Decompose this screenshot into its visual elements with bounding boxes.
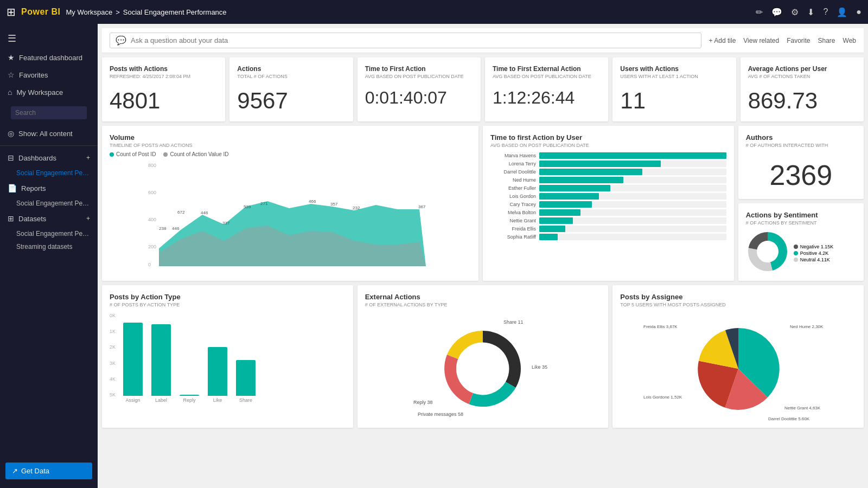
search-input[interactable]	[11, 106, 87, 119]
toolbar: 💬 + Add tile View related Favorite Share…	[102, 28, 864, 53]
volume-title: Volume	[110, 133, 471, 142]
authors-sub: # OF AUTHORS INTERACTED WITH	[746, 143, 856, 148]
grid-icon[interactable]: ⊞	[7, 5, 16, 18]
sidebar-item-datasets[interactable]: ⊞ Datasets +	[0, 210, 98, 227]
kpi-row: Posts with Actions REFRESHED: 4/25/2017 …	[102, 57, 864, 121]
svg-text:Lois Gordone 1,52K: Lois Gordone 1,52K	[643, 395, 682, 400]
avatar-icon[interactable]: ●	[856, 7, 861, 17]
sentiment-donut	[746, 230, 789, 273]
vbar-label-2: Reply	[183, 397, 196, 403]
svg-text:800: 800	[148, 163, 156, 168]
user-icon[interactable]: 👤	[837, 7, 847, 17]
action-dot	[163, 152, 168, 157]
qa-input[interactable]	[131, 36, 695, 44]
settings-icon[interactable]: ⚙	[791, 7, 799, 17]
help-icon[interactable]: ?	[823, 7, 828, 17]
ea-sub: # OF EXTERNAL ACTIONS BY TYPE	[365, 302, 601, 307]
kpi-sub-2: AVG BASED ON POST PUBLICATION DATE	[365, 74, 473, 79]
bar-label-4: Esther Fuller	[490, 185, 539, 191]
sidebar-item-streaming[interactable]: Streaming datasets	[0, 240, 98, 253]
share-button[interactable]: Share	[818, 37, 835, 44]
sentiment-container: Negative 1.15K Positive 4.2K Neutral 4.1…	[746, 230, 856, 273]
hamburger-icon[interactable]: ☰	[0, 28, 98, 49]
ea-title: External Actions	[365, 293, 601, 301]
kpi-value-2: 0:01:40:07	[365, 88, 473, 108]
sentiment-card: Actions by Sentiment # OF ACTIONS BY SEN…	[738, 203, 864, 281]
time-title: Time to first Action by User	[490, 133, 726, 142]
bar-fill-10	[539, 234, 558, 240]
workspace-link[interactable]: My Workspace	[66, 8, 112, 16]
bar-row-0: Marva Havens	[490, 152, 726, 159]
search-container	[0, 101, 98, 125]
content-area: 💬 + Add tile View related Favorite Share…	[98, 24, 868, 488]
sentiment-title: Actions by Sentiment	[746, 211, 856, 219]
sidebar-item-favorites[interactable]: ☆ Favorites	[0, 66, 98, 84]
bar-track-7	[539, 209, 726, 216]
vbar-col-4: Share	[236, 360, 256, 403]
pat-title: Posts by Action Type	[110, 293, 346, 301]
datasets-label: Datasets	[18, 215, 46, 223]
bar-row-10: Sophia Ratliff	[490, 234, 726, 240]
edit-icon[interactable]: ✏	[756, 7, 763, 17]
web-button[interactable]: Web	[843, 37, 856, 44]
show-label: Show: All content	[18, 130, 73, 138]
page-title: Social Engagement Performance	[123, 8, 227, 16]
view-related-button[interactable]: View related	[743, 37, 779, 44]
sidebar-item-show[interactable]: ◎ Show: All content	[0, 125, 98, 142]
reports-icon: 📄	[8, 184, 17, 192]
sidebar-item-workspace[interactable]: ⌂ My Workspace	[0, 84, 98, 101]
sent-neutral: Neutral 4.11K	[794, 257, 834, 262]
get-data-button[interactable]: ↗ Get Data	[5, 463, 92, 479]
kpi-value-5: 869.73	[748, 88, 856, 114]
svg-text:200: 200	[148, 244, 156, 249]
vbar-wrapper: 5K 4K 3K 2K 1K 0K Assign Label Reply Lik…	[110, 312, 346, 403]
svg-text:238: 238	[159, 226, 167, 231]
sidebar-item-reports[interactable]: 📄 Reports	[0, 179, 98, 197]
post-dot	[110, 152, 114, 157]
sidebar-item-social-data[interactable]: Social Engagement Perfo...	[0, 227, 98, 240]
kpi-title-0: Posts with Actions	[110, 65, 218, 73]
bar-chart-horizontal: Marva Havens Lorena Terry Darrel Doolitt…	[490, 152, 726, 240]
add-dashboard-icon[interactable]: +	[86, 154, 90, 162]
bar-fill-0	[539, 152, 726, 159]
qa-bar[interactable]: 💬	[110, 33, 701, 48]
powerbi-logo: Power BI	[21, 7, 60, 17]
kpi-value-1: 9567	[237, 88, 345, 114]
svg-text:Darrel Doolittle 5,60K: Darrel Doolittle 5,60K	[768, 416, 810, 420]
svg-point-23	[458, 344, 507, 393]
kpi-card-4: Users with Actions USERS WITH AT LEAST 1…	[612, 57, 736, 121]
sidebar: ☰ ★ Featured dashboard ☆ Favorites ⌂ My …	[0, 24, 98, 488]
kpi-title-4: Users with Actions	[620, 65, 728, 73]
bar-fill-6	[539, 201, 592, 208]
bar-fill-5	[539, 193, 599, 200]
favorite-button[interactable]: Favorite	[787, 37, 810, 44]
workspace-icon: ⌂	[8, 88, 12, 97]
svg-text:232: 232	[353, 206, 360, 210]
svg-text:466: 466	[309, 199, 316, 204]
bar-label-7: Melva Bolton	[490, 210, 539, 215]
negative-label: Negative 1.15K	[800, 244, 834, 249]
favorites-label: Favorites	[19, 71, 48, 79]
add-dataset-icon[interactable]: +	[86, 215, 90, 222]
dashboard-icon: ⊟	[8, 153, 14, 162]
vbar-label-0: Assign	[126, 397, 141, 403]
kpi-sub-0: REFRESHED: 4/25/2017 2:08:04 PM	[110, 74, 218, 79]
sidebar-item-social-dash[interactable]: Social Engagement Perfo...	[0, 166, 98, 179]
comment-icon[interactable]: 💬	[771, 7, 782, 17]
workspace-label: My Workspace	[16, 88, 63, 97]
add-tile-button[interactable]: + Add tile	[709, 37, 736, 44]
vbar-1	[151, 324, 171, 396]
sidebar-item-dashboards[interactable]: ⊟ Dashboards +	[0, 149, 98, 166]
bar-row-1: Lorena Terry	[490, 160, 726, 167]
bar-fill-1	[539, 160, 661, 167]
sidebar-item-featured[interactable]: ★ Featured dashboard	[0, 49, 98, 66]
bar-row-6: Cary Tracey	[490, 201, 726, 208]
sidebar-item-social-rep[interactable]: Social Engagement Perfo...	[0, 197, 98, 210]
svg-text:446: 446	[201, 210, 208, 215]
svg-text:672: 672	[177, 210, 185, 215]
bar-fill-2	[539, 169, 642, 175]
positive-label: Positive 4.2K	[800, 251, 829, 256]
vbar-2	[180, 395, 199, 396]
bar-fill-7	[539, 209, 580, 216]
download-icon[interactable]: ⬇	[807, 7, 814, 17]
